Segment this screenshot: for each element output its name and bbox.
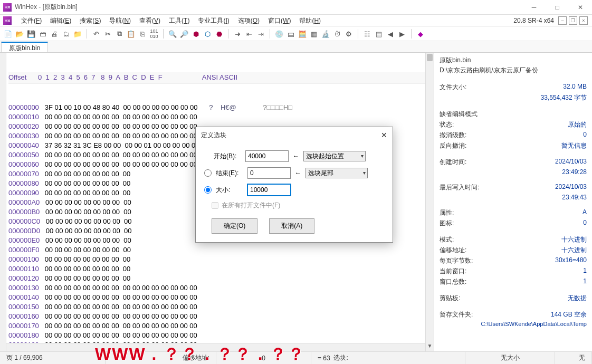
maximize-button[interactable]: □ xyxy=(546,0,569,15)
window-title: WinHex - [原版bin.bin] xyxy=(15,3,522,12)
undo-icon[interactable]: ↶ xyxy=(91,29,101,39)
back-icon[interactable]: ⇤ xyxy=(244,29,254,39)
hex-row[interactable]: 00000140 00 00 00 00 00 00 00 00 00 00 0… xyxy=(8,293,432,302)
titlebar: HX WinHex - [原版bin.bin] ─ □ ✕ xyxy=(0,0,592,15)
dialog-titlebar[interactable]: 定义选块 ✕ xyxy=(196,127,393,143)
analyze-icon[interactable]: 🔬 xyxy=(321,29,330,39)
created-time: 23:49:28 xyxy=(562,168,587,176)
hex-row[interactable]: 00000010 00 00 00 00 00 00 00 00 00 00 0… xyxy=(8,112,432,122)
menu-o[interactable]: 选项(O) xyxy=(234,15,264,26)
status-none: 无 xyxy=(579,353,585,362)
prev-icon[interactable]: ◀ xyxy=(386,29,395,39)
scroll-thumb[interactable] xyxy=(427,54,433,61)
hex-row[interactable]: 00000110 00 00 00 00 00 00 00 00 00 xyxy=(8,264,432,274)
help-icon[interactable]: ◆ xyxy=(416,29,425,39)
folder-icon[interactable]: 📁 xyxy=(73,29,82,39)
undo-label: 撤消级数: xyxy=(440,131,466,140)
written-time: 23:49:43 xyxy=(562,194,587,201)
grid-icon[interactable]: ▤ xyxy=(374,29,384,39)
end-combo[interactable]: 选块尾部 xyxy=(305,168,368,178)
find-hex-icon[interactable]: ⬢ xyxy=(191,29,200,39)
options-icon[interactable]: ☷ xyxy=(362,29,372,39)
hex-row[interactable]: 00000160 00 00 00 00 00 00 00 00 00 00 0… xyxy=(8,312,432,321)
properties-icon[interactable]: 🗂 xyxy=(61,29,71,39)
mdi-restore-icon[interactable]: ❐ xyxy=(569,16,577,25)
hex-row[interactable]: 00000100 00 00 00 00 00 00 00 00 00 xyxy=(8,255,432,264)
cancel-button[interactable]: 取消(A) xyxy=(269,218,314,234)
paste-icon[interactable]: 📋 xyxy=(126,29,136,39)
scroll-down-icon[interactable]: ▼ xyxy=(426,343,434,351)
size-radio[interactable] xyxy=(204,186,212,194)
hex-row[interactable]: 00000180 00 00 00 00 00 00 00 00 00 00 0… xyxy=(8,331,432,340)
file-tab[interactable]: 原版bin.bin xyxy=(1,42,48,52)
gear-icon[interactable]: ⚙ xyxy=(344,29,354,39)
menu-t[interactable]: 工具(T) xyxy=(165,15,194,26)
mode-value: 十六进制 xyxy=(561,235,587,244)
status-sel-label: 选块: xyxy=(333,353,348,362)
ok-button[interactable]: 确定(O) xyxy=(212,218,257,234)
begin-combo[interactable]: 选块起始位置 xyxy=(303,151,366,161)
info-sidebar: 原版bin.bin D:\京东云路由刷机\京东云原厂备份 文件大小:32.0 M… xyxy=(434,53,592,351)
open-icon[interactable]: 📂 xyxy=(15,29,24,39)
mdi-minimize-icon[interactable]: – xyxy=(558,16,567,25)
offsets-value: 十六进制 xyxy=(561,246,587,255)
size-input[interactable] xyxy=(247,184,291,196)
temp-label: 暂存文件夹: xyxy=(440,310,473,319)
written-label: 最后写入时间: xyxy=(440,183,479,192)
saveas-icon[interactable]: 🗃 xyxy=(38,29,47,39)
save-icon[interactable]: 💾 xyxy=(26,29,36,39)
toolbar: 📄 📂 💾 🗃 🖨 🗂 📁 ↶ ✂ ⧉ 📋 ⎘ 101010 🔍 🔎 ⬢ ⬡ ⬣… xyxy=(0,26,592,41)
copy-icon[interactable]: ⧉ xyxy=(114,29,124,39)
calc-icon[interactable]: 🧮 xyxy=(298,29,307,39)
horizontal-scrollbar[interactable] xyxy=(6,343,425,351)
numwin-value: 1 xyxy=(583,277,587,286)
replace-icon[interactable]: ⬡ xyxy=(203,29,212,39)
cut-icon[interactable]: ✂ xyxy=(103,29,112,39)
disk-icon[interactable]: 💿 xyxy=(274,29,284,39)
paste-hex-icon[interactable]: 101010 xyxy=(149,29,159,39)
fwd-icon[interactable]: ⇥ xyxy=(256,29,265,39)
ram-icon[interactable]: 🖴 xyxy=(286,29,295,39)
next-icon[interactable]: ▶ xyxy=(397,29,407,39)
menu-i[interactable]: 专业工具(I) xyxy=(194,15,233,26)
curwin-value: 1 xyxy=(583,267,587,276)
mdi-close-icon[interactable]: × xyxy=(579,16,588,25)
offsets-label: 偏移地址: xyxy=(440,246,466,255)
menu-h[interactable]: 帮助(H) xyxy=(295,15,325,26)
vertical-scrollbar[interactable]: ▲ ▼ xyxy=(425,53,434,351)
curwin-label: 当前窗口: xyxy=(440,267,466,276)
revundo-label: 反向撤消: xyxy=(440,141,466,150)
hex-row[interactable]: 00000130 00 00 00 00 00 00 00 00 00 00 0… xyxy=(8,283,432,293)
size-label: 大小: xyxy=(216,186,243,195)
hex-row[interactable]: 00000150 00 00 00 00 00 00 00 00 00 00 0… xyxy=(8,302,432,312)
dialog-close-icon[interactable]: ✕ xyxy=(381,131,387,139)
find-text-icon[interactable]: 🔎 xyxy=(179,29,189,39)
replace-hex-icon[interactable]: ⬣ xyxy=(214,29,224,39)
menu-s[interactable]: 搜索(S) xyxy=(75,15,105,26)
menu-f[interactable]: 文件(F) xyxy=(17,15,46,26)
goto-icon[interactable]: ➜ xyxy=(233,29,242,39)
end-radio[interactable] xyxy=(204,169,212,177)
menu-w[interactable]: 窗口(W) xyxy=(264,15,295,26)
close-button[interactable]: ✕ xyxy=(569,0,592,15)
begin-input[interactable] xyxy=(245,150,289,162)
menu-v[interactable]: 查看(V) xyxy=(135,15,165,26)
hex-row[interactable]: 00000000 3F 01 00 10 00 48 80 40 00 00 0… xyxy=(8,103,432,112)
end-input[interactable] xyxy=(247,167,291,179)
find-icon[interactable]: 🔍 xyxy=(168,29,177,39)
hex-row[interactable]: 000000F0 00 00 00 00 00 00 00 00 00 xyxy=(8,245,432,255)
hex-row[interactable]: 00000170 00 00 00 00 00 00 00 00 00 00 0… xyxy=(8,321,432,331)
allfiles-checkbox[interactable] xyxy=(212,202,218,209)
attr-value: A xyxy=(583,208,587,217)
new-icon[interactable]: 📄 xyxy=(3,29,13,39)
stopwatch-icon[interactable]: ⏱ xyxy=(332,29,342,39)
menu-n[interactable]: 导航(N) xyxy=(105,15,135,26)
print-icon[interactable]: 🖨 xyxy=(50,29,59,39)
state-label: 状态: xyxy=(440,120,454,129)
copy-hex-icon[interactable]: ⎘ xyxy=(138,29,147,39)
hex-row[interactable]: 00000120 00 00 00 00 00 00 00 00 00 xyxy=(8,274,432,283)
hash-icon[interactable]: ▦ xyxy=(309,29,319,39)
minimize-button[interactable]: ─ xyxy=(522,0,546,15)
menu-e[interactable]: 编辑(E) xyxy=(46,15,75,26)
status-offset-label: 偏移地址: xyxy=(183,353,209,362)
